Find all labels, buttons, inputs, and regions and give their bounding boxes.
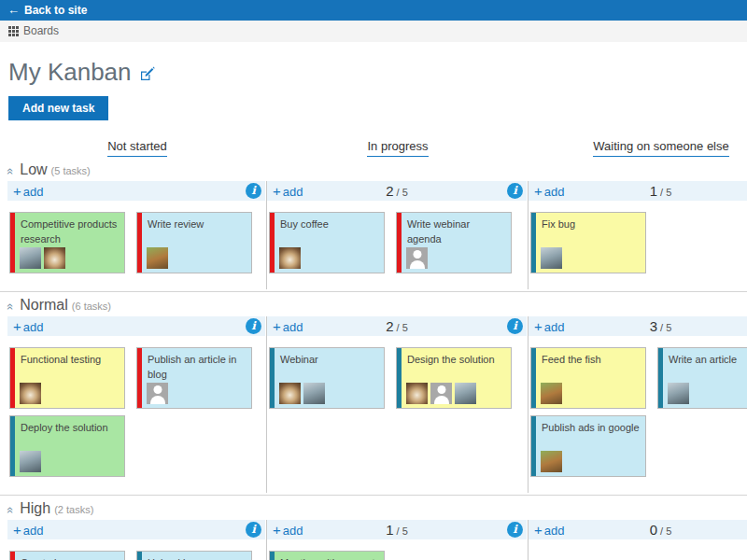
collapse-lane-icon[interactable]: « [4,507,18,513]
plus-icon: + [273,318,281,334]
add-card-button[interactable]: +add [273,522,303,538]
add-new-task-button[interactable]: Add new task [8,96,108,120]
avatar-placeholder [147,383,168,404]
task-card[interactable]: Upload images [136,551,252,560]
add-card-button[interactable]: +add [13,183,43,199]
task-card[interactable]: Competitive products research [9,212,125,273]
card-avatars [541,383,562,404]
task-card[interactable]: Publish ads in google [530,415,646,477]
avatar-man [455,383,476,404]
column-headers: Not started In progress Waiting on someo… [7,139,747,157]
card-avatars [20,451,41,472]
lane-cells: +addi Competitive products research Writ… [7,181,747,289]
lane-name: High [20,500,50,517]
lane-cell: +addi Create icons Upload images [7,520,267,560]
info-icon[interactable]: i [507,522,523,538]
avatar-woman [541,383,562,404]
card-avatars [668,383,689,404]
back-to-site-bar[interactable]: ←Back to site [0,0,747,21]
add-card-button[interactable]: +add [534,183,564,199]
avatar-man [20,451,41,472]
add-card-button[interactable]: +add [13,318,43,334]
cell-toolbar: +add2 / 5i [267,181,527,201]
task-card[interactable]: Deploy the solution [9,415,125,477]
add-card-button[interactable]: +add [534,522,564,538]
lane-header-low: « Low (5 tasks) [7,161,747,178]
task-card[interactable]: Create icons [9,551,125,560]
lane-cell: +addi Functional testing Publish an arti… [7,316,267,493]
task-card[interactable]: Functional testing [9,347,125,409]
task-card-title: Publish an article in blog [148,353,246,383]
lane-separator [0,291,747,292]
avatar-owl [44,247,65,269]
breadcrumb[interactable]: Boards [0,21,747,42]
avatar-placeholder [406,247,428,269]
add-card-button[interactable]: +add [13,522,43,538]
card-avatars [279,247,301,269]
card-avatars [20,383,41,404]
task-card[interactable]: Write review [136,212,252,273]
cell-toolbar: +add2 / 5i [267,316,527,336]
task-card-title: Write review [148,217,246,232]
board-title-text: My Kanban [8,58,132,87]
page-title: My Kanban [8,56,747,89]
cards-area: Buy coffee Write webinar agenda [267,201,528,274]
collapse-lane-icon[interactable]: « [4,168,18,175]
task-card[interactable]: Feed the fish [530,347,646,409]
info-icon[interactable]: i [246,183,261,199]
task-card-title: Design the solution [407,353,505,368]
lane-header-normal: « Normal (6 tasks) [7,297,747,314]
lane-cell: +add3 / 5 Feed the fish Write an article… [529,316,747,493]
add-card-button[interactable]: +add [273,318,303,334]
wip-counter: 1 / 5 [267,522,527,539]
add-card-button[interactable]: +add [534,318,564,334]
lane-cell: +add1 / 5 Fix bug [529,181,747,289]
task-card-title: Fix bug [542,217,640,232]
lane-name: Normal [20,297,68,314]
task-card[interactable]: Write an article [657,347,747,409]
cards-area [529,539,747,545]
info-icon[interactable]: i [507,318,523,334]
task-card[interactable]: Buy coffee [269,212,385,273]
plus-icon: + [13,318,21,334]
column-header-in-progress: In progress [267,139,529,157]
task-card-title: Buy coffee [280,217,378,232]
task-card-title: Meeting with support team in head office [280,556,378,560]
avatar-man [20,247,41,269]
column-header-waiting: Waiting on someone else [529,139,747,157]
task-card-title: Feed the fish [542,353,640,368]
task-card[interactable]: Meeting with support team in head office… [269,551,385,560]
add-card-button[interactable]: +add [273,183,303,199]
avatar-placeholder [430,383,452,404]
info-icon[interactable]: i [246,522,261,538]
collapse-lane-icon[interactable]: « [4,303,18,310]
avatar-woman [541,451,562,472]
task-card-title: Functional testing [21,353,119,368]
plus-icon: + [273,522,281,538]
column-header-not-started: Not started [7,139,267,157]
cell-toolbar: +add3 / 5 [529,316,747,336]
card-avatars [147,383,168,404]
lane-cell: +add0 / 5 [529,520,747,560]
card-avatars [541,451,562,472]
info-icon[interactable]: i [507,183,523,199]
lane-cells: +addi Functional testing Publish an arti… [7,316,747,493]
boards-grid-icon [8,26,19,36]
task-card[interactable]: Design the solution [396,347,512,409]
lane-cell: +add1 / 5i Meeting with support team in … [267,520,529,560]
breadcrumb-label: Boards [23,21,59,42]
cards-area: Functional testing Publish an article in… [7,336,266,478]
edit-title-icon[interactable] [139,60,155,89]
info-icon[interactable]: i [246,318,261,334]
task-card[interactable]: Write webinar agenda [396,212,512,273]
wip-counter: 2 / 5 [267,318,527,335]
cell-toolbar: +add1 / 5i [267,520,527,539]
task-card[interactable]: Publish an article in blog [136,347,252,409]
task-card[interactable]: Fix bug [530,212,646,273]
card-avatars [406,247,428,269]
plus-icon: + [534,318,543,334]
task-card[interactable]: Webinar [269,347,385,409]
card-avatars [20,247,65,269]
cell-toolbar: +add0 / 5 [529,520,747,539]
plus-icon: + [13,183,21,199]
